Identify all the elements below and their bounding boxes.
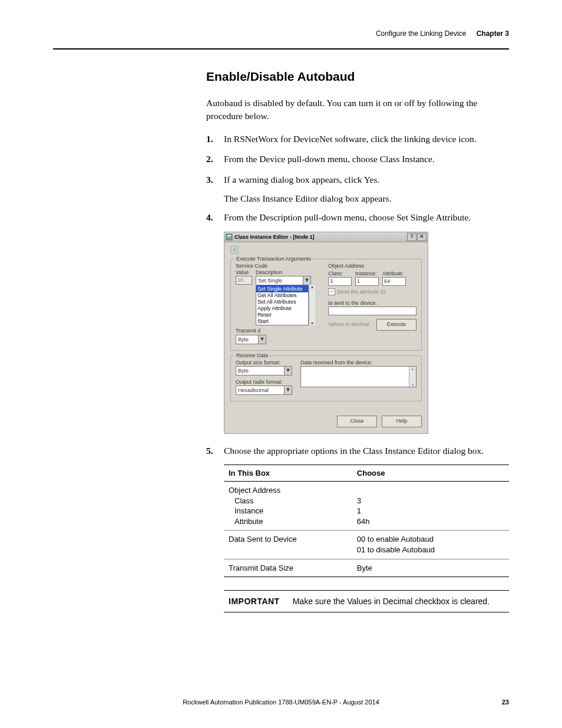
header-title: Configure the Linking Device — [376, 29, 466, 38]
value-input: 10 — [236, 276, 252, 285]
list-item[interactable]: Set All Attributes — [256, 299, 308, 305]
data-received-label: Data received from the device: — [300, 360, 416, 365]
instance-input[interactable]: 1 — [355, 277, 379, 286]
output-radix-text: Hexadecimal — [236, 386, 284, 394]
dialog-title: Class Instance Editor - [Node 1] — [234, 234, 407, 240]
execute-button[interactable]: Execute — [376, 319, 416, 331]
table-row: Transmit Data Size Byte — [224, 559, 509, 577]
output-size-label: Output size format: — [236, 360, 292, 365]
send-attribute-checkbox-row[interactable]: ✓ Send the attribute ID — [328, 288, 416, 295]
steps-list: In RSNetWorx for DeviceNet software, cli… — [206, 133, 509, 186]
svg-rect-1 — [227, 235, 231, 236]
receive-data-legend: Receive Data — [234, 353, 270, 358]
cell-val-1: 1 — [357, 506, 504, 516]
cell-instance: Instance — [229, 506, 348, 516]
steps-list-cont2: Choose the appropriate options in the Cl… — [206, 444, 509, 457]
values-decimal-label: Values in decimal — [328, 321, 369, 327]
cell-data-sent: Data Sent to Device — [224, 531, 352, 559]
content-area: Enable/Disable Autobaud Autobaud is disa… — [206, 70, 509, 612]
class-input[interactable]: 3 — [328, 277, 352, 286]
important-text: Make sure the Values in Decimal checkbox… — [293, 597, 490, 606]
cell-val-64h: 64h — [357, 516, 504, 527]
options-table-wrap: In This Box Choose Object Address Class … — [206, 465, 509, 577]
cell-transmit-size: Transmit Data Size — [224, 559, 352, 577]
value-label: Value — [236, 269, 252, 275]
list-item[interactable]: Reset — [256, 312, 308, 318]
table-row: Object Address Class Instance Attribute … — [224, 482, 509, 531]
list-item[interactable]: Apply Attribute — [256, 305, 308, 312]
footer-publication: Rockwell Automation Publication 1788-UM0… — [53, 699, 509, 706]
class-label: Class: — [328, 271, 352, 276]
attribute-input[interactable]: 64 — [382, 277, 406, 286]
data-sent-label: ta sent to the device: — [328, 300, 416, 306]
options-th-box: In This Box — [224, 465, 352, 482]
list-item[interactable]: Set Single Attribute — [256, 285, 308, 292]
description-dropdown[interactable]: Set Single Attribute ▼ — [256, 276, 311, 285]
steps-list-cont: From the Description pull-down menu, cho… — [206, 211, 509, 224]
header-rule — [53, 48, 509, 50]
options-th-choose: Choose — [352, 465, 509, 482]
chevron-down-icon: ▼ — [284, 367, 292, 375]
toolbar-icon[interactable] — [230, 246, 422, 255]
checkbox-icon: ✓ — [328, 288, 335, 295]
output-radix-dropdown[interactable]: Hexadecimal ▼ — [236, 386, 292, 395]
close-titlebar-button[interactable]: ✕ — [417, 233, 427, 241]
description-dropdown-text: Set Single Attribute — [256, 276, 303, 285]
instance-label: Instance: — [355, 271, 379, 276]
step-2: From the Device pull-down menu, choose C… — [206, 153, 509, 166]
cell-object-address: Object Address — [229, 485, 348, 496]
app-icon — [226, 233, 233, 241]
list-item[interactable]: Get All Attributes — [256, 292, 308, 299]
attribute-label: Attribute: — [382, 271, 406, 276]
help-titlebar-button[interactable]: ? — [407, 233, 416, 241]
output-size-dropdown[interactable]: Byte ▼ — [236, 366, 292, 375]
cell-byte: Byte — [352, 559, 509, 577]
receive-data-group: Receive Data Output size format: Byte ▼ … — [230, 355, 422, 401]
description-label: Description — [256, 269, 321, 275]
output-radix-label: Output radix format: — [236, 379, 292, 385]
help-button[interactable]: Help — [382, 416, 422, 427]
list-item[interactable]: Start — [256, 318, 308, 325]
step-3: If a warning dialog box appears, click Y… — [206, 173, 509, 186]
data-received-textarea[interactable]: ▲▼ — [300, 366, 416, 387]
options-table: In This Box Choose Object Address Class … — [224, 465, 509, 577]
execute-args-legend: Execute Transaction Arguments — [234, 256, 313, 262]
chevron-down-icon: ▼ — [258, 335, 266, 344]
chevron-down-icon: ▼ — [284, 386, 292, 394]
step-3-sub: The Class Instance Editor dialog box app… — [206, 193, 509, 204]
object-address-label: Object Address — [328, 263, 416, 269]
cell-attribute: Attribute — [229, 516, 348, 527]
svg-point-3 — [233, 248, 236, 252]
chevron-down-icon: ▼ — [303, 276, 310, 285]
dialog-footer: Close Help — [224, 412, 428, 433]
class-instance-editor-dialog: Class Instance Editor - [Node 1] ? ✕ Exe… — [224, 232, 428, 434]
cell-class: Class — [229, 496, 348, 506]
intro-paragraph: Autobaud is disabled by default. You can… — [206, 97, 509, 123]
service-code-label: Service Code — [236, 263, 321, 269]
data-sent-input[interactable] — [328, 307, 416, 315]
table-row: Data Sent to Device 00 to enable Autobau… — [224, 531, 509, 559]
important-callout: IMPORTANT Make sure the Values in Decima… — [224, 590, 509, 612]
transmit-size-dropdown[interactable]: Byte ▼ — [236, 335, 266, 344]
svg-rect-0 — [226, 234, 232, 240]
dialog-screenshot-wrap: Class Instance Editor - [Node 1] ? ✕ Exe… — [206, 232, 509, 434]
section-heading: Enable/Disable Autobaud — [206, 70, 509, 84]
running-header: Configure the Linking Device Chapter 3 — [53, 29, 509, 38]
output-size-text: Byte — [236, 367, 284, 375]
step-4: From the Description pull-down menu, cho… — [206, 211, 509, 224]
page: Configure the Linking Device Chapter 3 E… — [0, 0, 562, 728]
send-attribute-label: Send the attribute ID — [337, 289, 386, 295]
dialog-titlebar: Class Instance Editor - [Node 1] ? ✕ — [224, 232, 428, 242]
dialog-body: Execute Transaction Arguments Service Co… — [224, 242, 428, 412]
description-listbox[interactable]: Set Single Attribute Get All Attributes … — [256, 285, 309, 325]
close-button[interactable]: Close — [337, 416, 377, 427]
important-label: IMPORTANT — [229, 597, 280, 606]
transmit-size-text: Byte — [236, 335, 258, 344]
step-5: Choose the appropriate options in the Cl… — [206, 444, 509, 457]
transmit-label: Transmit d — [236, 328, 260, 334]
textarea-scrollbar[interactable]: ▲▼ — [409, 367, 416, 387]
listbox-scrollbar[interactable]: ▲▼ — [309, 285, 315, 325]
execute-args-group: Execute Transaction Arguments Service Co… — [230, 259, 422, 351]
cell-disable: 01 to disable Autobaud — [357, 545, 504, 555]
page-footer: Rockwell Automation Publication 1788-UM0… — [53, 699, 509, 706]
